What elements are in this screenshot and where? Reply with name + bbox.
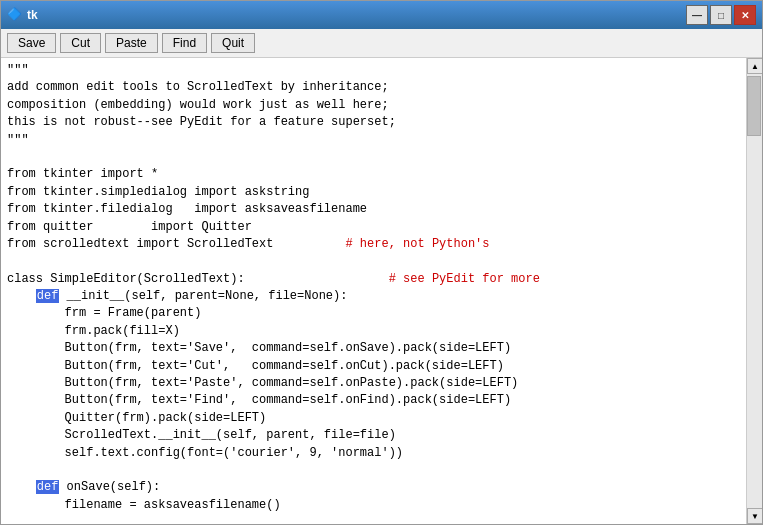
code-line-2: add common edit tools to ScrolledText by… (7, 80, 389, 94)
code-line-14: def __init__(self, parent=None, file=Non… (7, 289, 347, 303)
save-button[interactable]: Save (7, 33, 56, 53)
find-button[interactable]: Find (162, 33, 207, 53)
code-line-24 (7, 463, 14, 477)
minimize-button[interactable]: — (686, 5, 708, 25)
main-window: 🔷 tk — □ ✕ Save Cut Paste Find Quit """ … (0, 0, 763, 525)
code-line-3: composition (embedding) would work just … (7, 98, 389, 112)
code-line-17: Button(frm, text='Save', command=self.on… (7, 341, 511, 355)
paste-button[interactable]: Paste (105, 33, 158, 53)
code-line-9: from tkinter.filedialog import asksaveas… (7, 202, 367, 216)
cut-button[interactable]: Cut (60, 33, 101, 53)
scrollbar-track[interactable] (747, 74, 762, 508)
code-line-16: frm.pack(fill=X) (7, 324, 180, 338)
vertical-scrollbar[interactable]: ▲ ▼ (746, 58, 762, 524)
window-controls: — □ ✕ (686, 5, 756, 25)
window-icon: 🔷 (7, 7, 23, 23)
quit-button[interactable]: Quit (211, 33, 255, 53)
code-line-6 (7, 150, 14, 164)
code-line-19: Button(frm, text='Paste', command=self.o… (7, 376, 518, 390)
code-line-8: from tkinter.simpledialog import askstri… (7, 185, 309, 199)
scroll-down-arrow[interactable]: ▼ (747, 508, 762, 524)
code-line-4: this is not robust--see PyEdit for a fea… (7, 115, 396, 129)
window-title: tk (27, 8, 38, 22)
maximize-button[interactable]: □ (710, 5, 732, 25)
title-bar: 🔷 tk — □ ✕ (1, 1, 762, 29)
close-button[interactable]: ✕ (734, 5, 756, 25)
scroll-up-arrow[interactable]: ▲ (747, 58, 762, 74)
title-bar-left: 🔷 tk (7, 7, 38, 23)
code-line-11: from scrolledtext import ScrolledText # … (7, 237, 490, 251)
code-editor[interactable]: """ add common edit tools to ScrolledTex… (1, 58, 746, 524)
code-line-13: class SimpleEditor(ScrolledText): # see … (7, 272, 540, 286)
editor-area: """ add common edit tools to ScrolledTex… (1, 58, 762, 524)
code-line-12 (7, 254, 14, 268)
toolbar: Save Cut Paste Find Quit (1, 29, 762, 58)
code-line-18: Button(frm, text='Cut', command=self.onC… (7, 359, 504, 373)
code-line-21: Quitter(frm).pack(side=LEFT) (7, 411, 266, 425)
scrollbar-thumb[interactable] (747, 76, 761, 136)
code-line-15: frm = Frame(parent) (7, 306, 201, 320)
code-line-20: Button(frm, text='Find', command=self.on… (7, 393, 511, 407)
code-line-5: """ (7, 133, 29, 147)
code-line-22: ScrolledText.__init__(self, parent, file… (7, 428, 396, 442)
code-line-26: filename = asksaveasfilename() (7, 498, 281, 512)
code-line-10: from quitter import Quitter (7, 220, 252, 234)
code-line-25: def onSave(self): (7, 480, 160, 494)
code-line-23: self.text.config(font=('courier', 9, 'no… (7, 446, 403, 460)
code-line-1: """ (7, 63, 29, 77)
code-line-7: from tkinter import * (7, 167, 158, 181)
